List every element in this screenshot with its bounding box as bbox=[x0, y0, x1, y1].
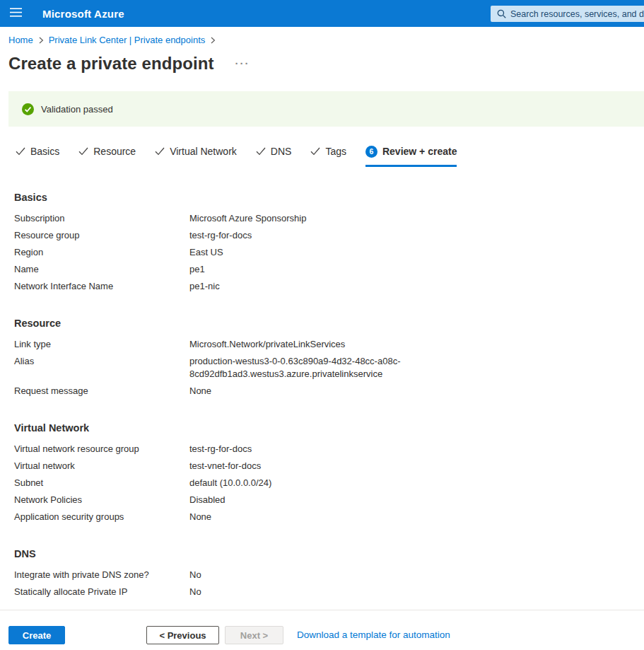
review-row: Request message None bbox=[14, 385, 644, 397]
field-value: No bbox=[189, 569, 201, 581]
section-basics: Basics Subscription Microsoft Azure Spon… bbox=[14, 191, 644, 293]
review-row: Application security groups None bbox=[14, 511, 644, 523]
checkmark-icon bbox=[155, 147, 165, 156]
global-search-box[interactable] bbox=[491, 6, 644, 22]
tab-label: Review + create bbox=[382, 144, 457, 158]
chevron-right-icon bbox=[38, 37, 44, 44]
step-number-badge: 6 bbox=[365, 146, 377, 158]
create-button[interactable]: Create bbox=[8, 626, 65, 644]
review-content: Basics Subscription Microsoft Azure Spon… bbox=[14, 191, 644, 598]
wizard-footer: Create < Previous Next > Download a temp… bbox=[0, 610, 644, 650]
azure-portal-page: Microsoft Azure Home Private Link Center… bbox=[0, 0, 644, 650]
tab-review-create[interactable]: 6 Review + create bbox=[365, 144, 457, 167]
tab-label: Basics bbox=[30, 144, 59, 158]
review-row: Network Interface Name pe1-nic bbox=[14, 280, 644, 293]
hamburger-menu-button[interactable] bbox=[0, 0, 31, 27]
tab-resource[interactable]: Resource bbox=[78, 144, 136, 167]
field-label: Alias bbox=[14, 355, 189, 381]
checkmark-icon bbox=[78, 147, 88, 156]
tab-basics[interactable]: Basics bbox=[16, 144, 59, 167]
checkmark-icon bbox=[310, 147, 320, 156]
validation-banner: Validation passed bbox=[8, 91, 644, 127]
previous-button[interactable]: < Previous bbox=[146, 626, 219, 644]
hamburger-icon bbox=[10, 8, 22, 19]
section-heading: Virtual Network bbox=[14, 422, 644, 434]
field-value: None bbox=[189, 511, 211, 523]
field-label: Name bbox=[14, 263, 189, 276]
field-label: Virtual network resource group bbox=[14, 443, 189, 455]
search-input[interactable] bbox=[510, 6, 644, 22]
field-value: test-vnet-for-docs bbox=[189, 460, 261, 472]
azure-brand-title[interactable]: Microsoft Azure bbox=[42, 8, 124, 20]
tab-tags[interactable]: Tags bbox=[310, 144, 346, 167]
field-value: test-rg-for-docs bbox=[189, 443, 252, 455]
review-row: Subscription Microsoft Azure Sponsorship bbox=[14, 212, 644, 225]
section-heading: Resource bbox=[14, 317, 644, 330]
field-value: East US bbox=[189, 246, 223, 259]
section-rows: Virtual network resource group test-rg-f… bbox=[14, 443, 644, 523]
page-title: Create a private endpoint bbox=[8, 54, 214, 74]
section-heading: DNS bbox=[14, 547, 644, 560]
field-label: Link type bbox=[14, 338, 189, 351]
breadcrumb-link-home[interactable]: Home bbox=[8, 35, 33, 45]
review-row: Alias production-westus3-0-0.63c890a9-4d… bbox=[14, 355, 644, 381]
field-value: test-rg-for-docs bbox=[189, 229, 252, 242]
review-row: Virtual network resource group test-rg-f… bbox=[14, 443, 644, 455]
field-label: Statically allocate Private IP bbox=[14, 586, 189, 598]
section-dns: DNS Integrate with private DNS zone? No … bbox=[14, 547, 644, 598]
download-template-link[interactable]: Download a template for automation bbox=[297, 626, 450, 644]
field-value: pe1 bbox=[189, 263, 205, 276]
review-row: Network Policies Disabled bbox=[14, 494, 644, 506]
checkmark-icon bbox=[256, 147, 266, 156]
top-bar: Microsoft Azure bbox=[0, 0, 644, 27]
review-row: Virtual network test-vnet-for-docs bbox=[14, 460, 644, 472]
field-label: Network Policies bbox=[14, 494, 189, 506]
wizard-tabs: Basics Resource Virtual Network DNS Tags… bbox=[16, 144, 644, 167]
section-rows: Integrate with private DNS zone? No Stat… bbox=[14, 569, 644, 598]
tab-label: Virtual Network bbox=[170, 144, 237, 158]
more-options-button[interactable]: ··· bbox=[234, 59, 252, 69]
field-label: Region bbox=[14, 246, 189, 259]
field-label: Request message bbox=[14, 385, 189, 397]
section-rows: Subscription Microsoft Azure Sponsorship… bbox=[14, 212, 644, 293]
section-virtual-network: Virtual Network Virtual network resource… bbox=[14, 422, 644, 523]
field-value: production-westus3-0-0.63c890a9-4d32-48c… bbox=[189, 355, 410, 381]
breadcrumb: Home Private Link Center | Private endpo… bbox=[8, 35, 644, 45]
title-row: Create a private endpoint ··· bbox=[8, 54, 644, 74]
field-value: Microsoft Azure Sponsorship bbox=[189, 212, 306, 225]
chevron-right-icon bbox=[210, 37, 216, 44]
review-row: Region East US bbox=[14, 246, 644, 259]
field-value: No bbox=[189, 586, 201, 598]
review-row: Link type Microsoft.Network/privateLinkS… bbox=[14, 338, 644, 351]
field-label: Virtual network bbox=[14, 460, 189, 472]
review-row: Name pe1 bbox=[14, 263, 644, 276]
field-value: Microsoft.Network/privateLinkServices bbox=[189, 338, 345, 351]
field-value: None bbox=[189, 385, 211, 397]
field-value: Disabled bbox=[189, 494, 226, 506]
review-row: Subnet default (10.0.0.0/24) bbox=[14, 477, 644, 489]
tab-label: DNS bbox=[271, 144, 292, 158]
tab-label: Tags bbox=[325, 144, 346, 158]
tab-label: Resource bbox=[93, 144, 136, 158]
field-value: default (10.0.0.0/24) bbox=[189, 477, 271, 489]
search-icon bbox=[497, 9, 506, 18]
section-rows: Link type Microsoft.Network/privateLinkS… bbox=[14, 338, 644, 397]
field-label: Subscription bbox=[14, 212, 189, 225]
section-resource: Resource Link type Microsoft.Network/pri… bbox=[14, 317, 644, 397]
review-row: Integrate with private DNS zone? No bbox=[14, 569, 644, 581]
tab-dns[interactable]: DNS bbox=[256, 144, 292, 167]
section-heading: Basics bbox=[14, 191, 644, 204]
checkmark-circle-icon bbox=[22, 103, 34, 115]
field-value: pe1-nic bbox=[189, 280, 220, 293]
next-button[interactable]: Next > bbox=[225, 626, 283, 644]
breadcrumb-link-private-link-center[interactable]: Private Link Center | Private endpoints bbox=[49, 35, 206, 45]
field-label: Resource group bbox=[14, 229, 189, 242]
review-row: Resource group test-rg-for-docs bbox=[14, 229, 644, 242]
field-label: Network Interface Name bbox=[14, 280, 189, 293]
checkmark-icon bbox=[16, 147, 25, 156]
field-label: Integrate with private DNS zone? bbox=[14, 569, 189, 581]
tab-virtual-network[interactable]: Virtual Network bbox=[155, 144, 237, 167]
field-label: Subnet bbox=[14, 477, 189, 489]
validation-banner-text: Validation passed bbox=[41, 104, 113, 115]
field-label: Application security groups bbox=[14, 511, 189, 523]
